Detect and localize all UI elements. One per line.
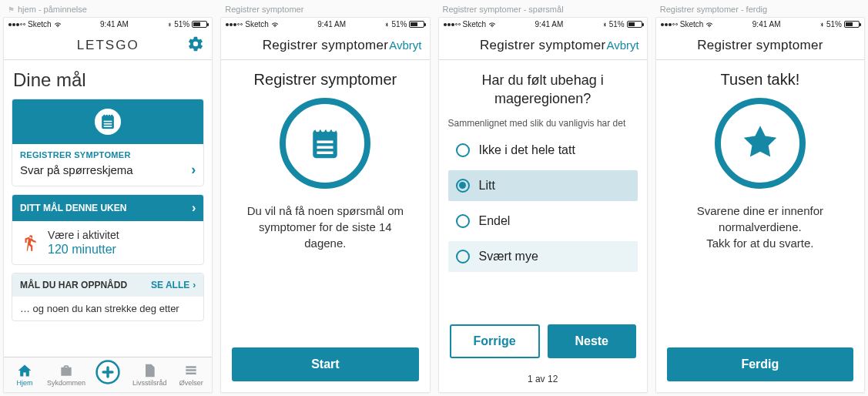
nav-title: Registrer symptomer [480, 38, 605, 53]
battery-icon [192, 21, 207, 28]
option-label: Litt [479, 179, 495, 193]
signal-dots-icon [444, 23, 461, 26]
plus-circle-icon [95, 359, 121, 385]
phone-intro: Sketch 9:41 AM 51% Registrer symptomer A… [220, 17, 430, 393]
question-sub: Sammenlignet med slik du vanligvis har d… [448, 118, 638, 129]
tabbar: Hjem Sykdommen Livsstilsråd [4, 357, 212, 392]
notepad-icon [92, 106, 124, 138]
clock: 9:41 AM [317, 20, 346, 29]
bluetooth-icon [167, 21, 172, 29]
section-title: Dine mål [13, 69, 204, 91]
mockup-label: Registrer symptomer - ferdig [655, 3, 865, 17]
tab-illness[interactable]: Sykdommen [45, 363, 87, 387]
intro-desc: Du vil nå få noen spørsmål om symptomer … [230, 203, 420, 251]
battery-pct: 51% [174, 20, 189, 29]
carrier-label: Sketch [245, 20, 269, 29]
option-3[interactable]: Svært mye [448, 241, 638, 272]
radio-icon [456, 250, 470, 263]
svg-point-8 [109, 115, 111, 117]
battery-icon [409, 21, 424, 28]
goal-line1: Være i aktivitet [48, 229, 119, 241]
battery-pct: 51% [609, 20, 625, 29]
statusbar: Sketch 9:41 AM 51% [221, 18, 429, 31]
chevron-right-icon: › [193, 280, 196, 290]
done-heading: Tusen takk! [721, 71, 800, 89]
svg-rect-4 [104, 123, 112, 125]
carrier-label: Sketch [28, 20, 52, 29]
svg-rect-14 [317, 141, 333, 144]
pager: 1 av 12 [439, 369, 647, 392]
reminder-eyebrow: REGISTRER SYMPTOMER [20, 150, 196, 159]
wifi-icon [488, 21, 496, 29]
svg-point-19 [327, 128, 330, 132]
tab-label: Øvelser [179, 379, 203, 387]
chevron-right-icon: › [192, 201, 196, 215]
phone-question: Sketch 9:41 AM 51% Registrer symptomer A… [438, 17, 648, 393]
carrier-label: Sketch [680, 20, 704, 29]
svg-point-17 [316, 128, 320, 132]
battery-icon [844, 21, 860, 28]
statusbar: Sketch 9:41 AM 51% [656, 18, 864, 31]
svg-point-9 [111, 115, 113, 117]
statusbar: Sketch 9:41 AM 51% [439, 18, 647, 31]
briefcase-icon [59, 363, 74, 378]
tab-label: Hjem [17, 379, 33, 387]
done-button[interactable]: Ferdig [667, 347, 853, 381]
signal-dots-icon [8, 23, 25, 26]
list-icon [183, 363, 199, 378]
tab-home[interactable]: Hjem [4, 363, 45, 387]
home-icon [17, 363, 32, 378]
next-button[interactable]: Neste [548, 324, 636, 358]
reminder-card[interactable]: REGISTRER SYMPTOMER Svar på spørreskjema… [12, 99, 204, 186]
settings-button[interactable] [187, 35, 204, 52]
option-label: Svært mye [479, 250, 538, 263]
cancel-button[interactable]: Avbryt [389, 39, 421, 52]
option-0[interactable]: Ikke i det hele tatt [448, 135, 638, 166]
svg-rect-12 [102, 371, 113, 373]
notepad-big-icon [280, 98, 370, 189]
tab-label: Sykdommen [47, 379, 85, 387]
statusbar: Sketch 9:41 AM 51% [4, 18, 212, 31]
signal-dots-icon [226, 23, 243, 26]
battery-pct: 51% [826, 20, 842, 29]
intro-heading: Registrer symptomer [254, 71, 397, 89]
goal-card[interactable]: DITT MÅL DENNE UKEN › Være i aktivitet 1… [12, 194, 204, 265]
star-big-icon [715, 98, 806, 189]
clock: 9:41 AM [752, 20, 781, 29]
cancel-button[interactable]: Avbryt [607, 39, 639, 52]
gear-icon [187, 35, 204, 52]
see-all-button[interactable]: SE ALLE › [151, 280, 196, 290]
battery-icon [627, 21, 642, 28]
radio-icon [456, 179, 470, 193]
wifi-icon [705, 21, 713, 29]
goal-line2: 120 minutter [48, 243, 119, 257]
chevron-right-icon: › [191, 162, 196, 178]
svg-rect-15 [317, 146, 333, 149]
mockup-label: ⚑ hjem - påminnelse [3, 3, 213, 17]
nav-title: Registrer symptomer [263, 38, 388, 53]
option-label: Ikke i det hele tatt [479, 143, 575, 157]
question-heading: Har du følt ubehag i mageregionen? [448, 71, 638, 109]
tab-add[interactable] [87, 365, 129, 385]
activity-icon [20, 233, 40, 253]
phone-done: Sketch 9:41 AM 51% Registrer symptomer T… [655, 17, 865, 393]
battery-pct: 51% [391, 20, 407, 29]
svg-rect-5 [104, 126, 112, 127]
wifi-icon [271, 21, 279, 29]
document-icon [142, 363, 157, 378]
svg-point-20 [332, 128, 336, 132]
flag-icon: ⚑ [8, 5, 15, 14]
tab-lifestyle[interactable]: Livsstilsråd [129, 363, 170, 387]
start-button[interactable]: Start [232, 347, 418, 381]
option-1[interactable]: Litt [448, 170, 638, 201]
phone-home: Sketch 9:41 AM 51% LETSGO Dine mål [3, 17, 213, 393]
goal-header: DITT MÅL DENNE UKEN [20, 203, 126, 213]
tab-label: Livsstilsråd [132, 379, 167, 387]
bluetooth-icon [819, 21, 824, 29]
option-label: Endel [479, 214, 511, 228]
prev-button[interactable]: Forrige [450, 324, 540, 358]
svg-rect-3 [104, 121, 112, 122]
tab-exercises[interactable]: Øvelser [170, 363, 212, 387]
svg-rect-16 [317, 152, 333, 155]
option-2[interactable]: Endel [448, 206, 638, 237]
